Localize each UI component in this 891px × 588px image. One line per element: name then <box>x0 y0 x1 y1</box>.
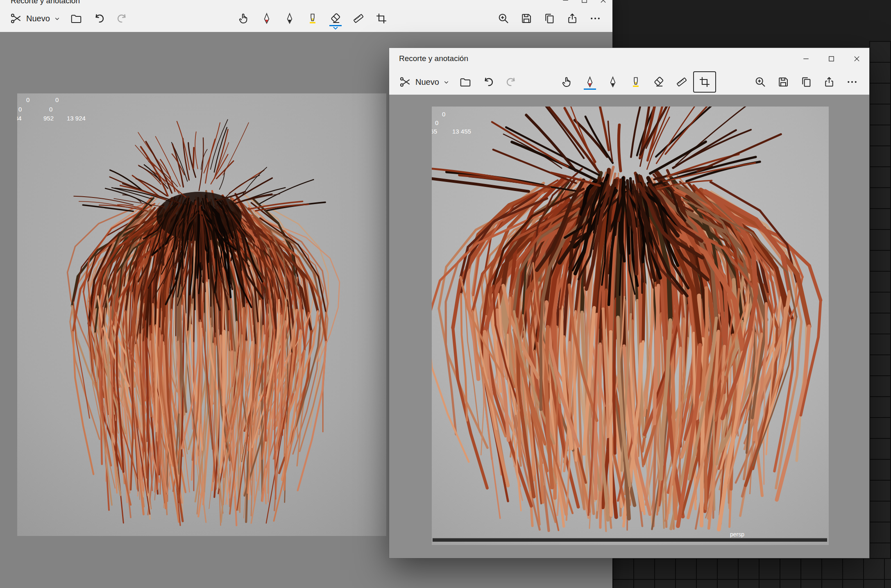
hair-render-3d <box>17 93 386 536</box>
zoom-icon <box>497 12 510 25</box>
red-pen-button[interactable] <box>578 71 601 93</box>
zoom-icon <box>754 76 766 88</box>
black-pen-icon <box>283 12 296 25</box>
red-pen-icon <box>261 12 273 25</box>
toolbar: Nuevo <box>389 69 869 95</box>
toolbar: Nuevo <box>0 6 612 31</box>
redo-button[interactable] <box>111 8 134 29</box>
minimize-icon <box>562 0 569 3</box>
open-file-button[interactable] <box>454 71 477 93</box>
save-button[interactable] <box>772 71 795 93</box>
toolbar-tools-group <box>232 8 393 29</box>
canvas-area[interactable]: 0096513 455 persp <box>389 95 869 558</box>
eraser-options-chevron-icon[interactable] <box>333 24 338 32</box>
toolbar-tools-group <box>555 71 716 93</box>
touch-writing-icon <box>238 12 250 25</box>
touch-writing-button[interactable] <box>555 71 578 93</box>
share-icon <box>566 12 578 25</box>
save-icon <box>777 76 789 88</box>
highlighter-button[interactable] <box>624 71 647 93</box>
close-button[interactable] <box>844 48 869 69</box>
toolbar-left-group: Nuevo <box>395 71 523 93</box>
chevron-down-icon <box>54 15 61 22</box>
open-file-button[interactable] <box>65 8 88 29</box>
more-options-button[interactable] <box>841 71 864 93</box>
crop-button[interactable] <box>370 8 393 29</box>
ruler-button[interactable] <box>347 8 370 29</box>
scissors-new-icon <box>399 76 411 88</box>
maximize-button[interactable] <box>818 48 844 69</box>
highlighter-icon <box>630 76 642 88</box>
minimize-button[interactable] <box>793 48 818 69</box>
close-button[interactable] <box>594 0 612 5</box>
undo-button[interactable] <box>477 71 500 93</box>
copy-button[interactable] <box>538 8 561 29</box>
maximize-button[interactable] <box>575 0 594 5</box>
ruler-button[interactable] <box>670 71 693 93</box>
close-icon <box>600 0 606 3</box>
open-folder-icon <box>459 76 472 88</box>
toolbar-left-group: Nuevo <box>6 8 134 29</box>
share-icon <box>823 76 835 88</box>
snip-sketch-window-front: Recorte y anotación Nuevo <box>389 48 869 558</box>
crop-icon <box>375 12 388 25</box>
scissors-new-icon <box>10 12 22 25</box>
copy-icon <box>800 76 812 88</box>
save-icon <box>520 12 533 25</box>
new-snip-button[interactable]: Nuevo <box>6 8 65 29</box>
new-snip-label: Nuevo <box>26 14 50 23</box>
eraser-icon <box>329 12 342 25</box>
eraser-button[interactable] <box>647 71 670 93</box>
chevron-down-icon <box>443 79 450 86</box>
black-pen-icon <box>607 76 619 88</box>
titlebar[interactable]: Recorte y anotación <box>389 48 869 69</box>
new-snip-button[interactable]: Nuevo <box>395 71 454 93</box>
redo-icon <box>116 12 128 25</box>
share-button[interactable] <box>818 71 841 93</box>
zoom-button[interactable] <box>749 71 772 93</box>
save-button[interactable] <box>515 8 538 29</box>
red-pen-button[interactable] <box>255 8 278 29</box>
snip-image[interactable]: 0096513 455 persp <box>432 107 829 545</box>
touch-writing-button[interactable] <box>232 8 255 29</box>
toolbar-right-group <box>749 71 864 93</box>
touch-writing-icon <box>561 76 573 88</box>
eraser-icon <box>653 76 665 88</box>
eraser-button[interactable] <box>324 8 347 29</box>
ruler-icon <box>352 12 365 25</box>
copy-button[interactable] <box>795 71 818 93</box>
window-title: Recorte y anotación <box>389 54 793 63</box>
maya-grid-panel-bottom <box>612 558 891 588</box>
zoom-button[interactable] <box>492 8 515 29</box>
ruler-icon <box>676 76 688 88</box>
more-options-button[interactable] <box>584 8 607 29</box>
window-title: Recorte y anotación <box>11 0 80 5</box>
copy-icon <box>543 12 555 25</box>
titlebar[interactable]: Recorte y anotación <box>0 0 612 6</box>
timeline-bar <box>433 538 827 542</box>
open-folder-icon <box>70 12 82 25</box>
undo-icon <box>482 76 494 88</box>
minimize-button[interactable] <box>556 0 575 5</box>
viewport-camera-label: persp <box>730 531 744 538</box>
window-controls <box>793 48 869 69</box>
highlighter-button[interactable] <box>301 8 324 29</box>
black-pen-button[interactable] <box>278 8 301 29</box>
close-icon <box>854 56 860 62</box>
hair-render-3d <box>432 107 829 545</box>
snip-image[interactable]: 00003495213 924 <box>17 93 386 536</box>
share-button[interactable] <box>561 8 584 29</box>
highlighter-icon <box>306 12 319 25</box>
undo-button[interactable] <box>88 8 111 29</box>
redo-button[interactable] <box>500 71 523 93</box>
toolbar-right-group <box>492 8 607 29</box>
redo-icon <box>505 76 517 88</box>
crop-button[interactable] <box>693 71 716 93</box>
new-snip-label: Nuevo <box>415 77 439 87</box>
maximize-icon <box>828 56 834 62</box>
minimize-icon <box>803 56 809 62</box>
window-controls <box>556 0 612 5</box>
maya-grid-panel-right <box>869 41 891 588</box>
black-pen-button[interactable] <box>601 71 624 93</box>
more-options-icon <box>589 12 601 25</box>
